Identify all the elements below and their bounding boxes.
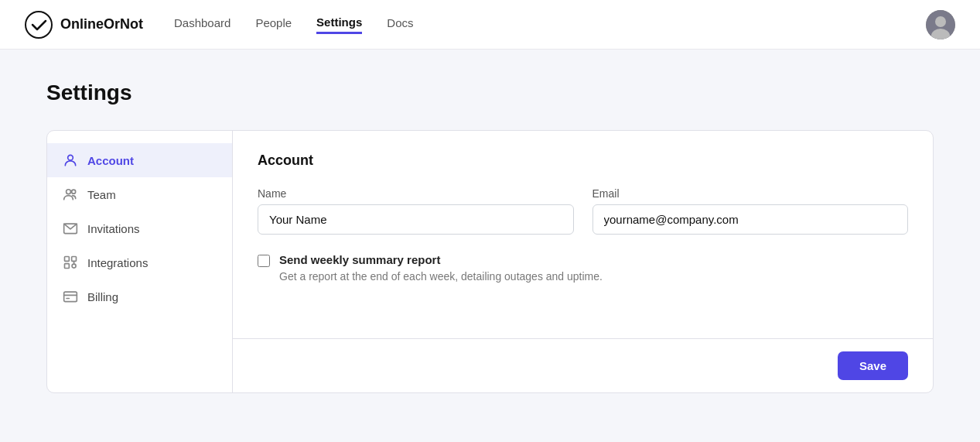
- name-input[interactable]: [258, 204, 574, 235]
- sidebar-item-invitations[interactable]: Invitations: [47, 211, 232, 245]
- integrations-icon: [63, 255, 78, 270]
- sidebar-item-billing[interactable]: Billing: [47, 279, 232, 314]
- page-content: Settings Account Team: [0, 50, 980, 424]
- nav-link-dashboard[interactable]: Dashboard: [174, 16, 230, 33]
- nav-links: Dashboard People Settings Docs: [174, 15, 413, 34]
- mail-icon: [63, 221, 78, 236]
- svg-point-5: [67, 190, 71, 194]
- svg-rect-8: [65, 257, 70, 262]
- navbar: OnlineOrNot Dashboard People Settings Do…: [0, 0, 980, 50]
- nav-link-docs[interactable]: Docs: [387, 16, 413, 33]
- logo-text: OnlineOrNot: [60, 16, 143, 33]
- nav-link-settings[interactable]: Settings: [316, 15, 362, 34]
- sidebar-label-integrations: Integrations: [87, 256, 148, 269]
- billing-icon: [63, 289, 78, 304]
- weekly-report-checkbox[interactable]: [258, 255, 270, 267]
- form-group-name: Name: [258, 187, 574, 235]
- logo-icon: [25, 11, 53, 39]
- save-button[interactable]: Save: [838, 351, 908, 380]
- sidebar-label-account: Account: [87, 154, 134, 167]
- sidebar-label-team: Team: [87, 188, 116, 201]
- svg-rect-9: [72, 257, 77, 262]
- settings-body: Account Name Email Send weekly summary r…: [233, 131, 933, 338]
- svg-point-4: [68, 155, 73, 160]
- checkbox-label-group: Send weekly summary report Get a report …: [279, 253, 603, 285]
- svg-point-6: [72, 190, 76, 194]
- sidebar-label-billing: Billing: [87, 290, 118, 303]
- email-input[interactable]: [592, 204, 909, 235]
- logo-area[interactable]: OnlineOrNot: [25, 11, 143, 39]
- settings-sidebar: Account Team Invitations: [47, 131, 233, 392]
- email-label: Email: [592, 187, 909, 200]
- settings-main: Account Name Email Send weekly summary r…: [233, 131, 933, 392]
- section-title-account: Account: [258, 152, 908, 169]
- team-icon: [63, 187, 78, 202]
- settings-footer: Save: [233, 338, 933, 392]
- navbar-left: OnlineOrNot Dashboard People Settings Do…: [25, 11, 413, 39]
- svg-rect-10: [65, 264, 70, 269]
- user-icon: [63, 152, 78, 168]
- form-group-email: Email: [592, 187, 909, 235]
- svg-rect-13: [64, 292, 77, 302]
- sidebar-item-account[interactable]: Account: [47, 143, 232, 177]
- svg-point-0: [26, 12, 52, 38]
- sidebar-item-team[interactable]: Team: [47, 177, 232, 211]
- settings-container: Account Team Invitations: [46, 130, 934, 393]
- checkbox-main-label[interactable]: Send weekly summary report: [279, 253, 603, 266]
- page-title: Settings: [46, 81, 934, 105]
- avatar[interactable]: [926, 10, 955, 39]
- checkbox-row-weekly: Send weekly summary report Get a report …: [258, 253, 908, 285]
- sidebar-label-invitations: Invitations: [87, 222, 140, 235]
- avatar-image: [926, 10, 955, 39]
- name-label: Name: [258, 187, 574, 200]
- nav-link-people[interactable]: People: [255, 16, 292, 33]
- sidebar-item-integrations[interactable]: Integrations: [47, 245, 232, 279]
- svg-point-2: [935, 16, 946, 27]
- form-row-name-email: Name Email: [258, 187, 908, 235]
- checkbox-sub-label: Get a report at the end of each week, de…: [279, 269, 603, 285]
